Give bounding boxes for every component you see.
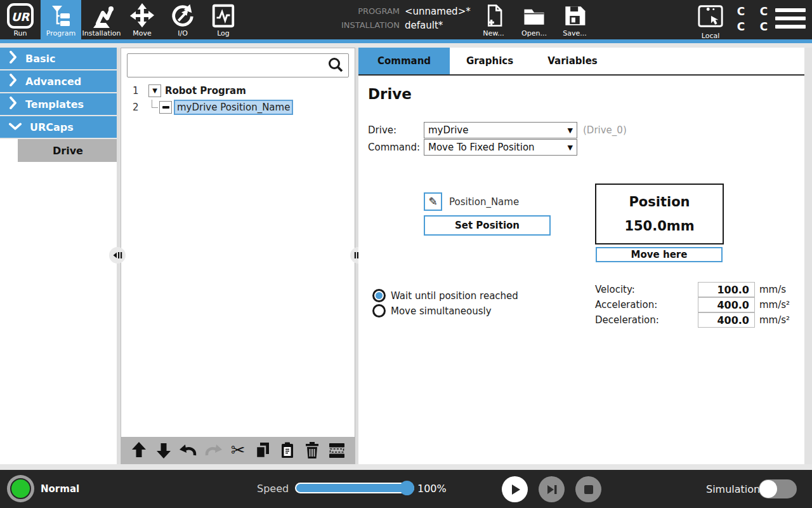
chevron-down-icon: [9, 121, 22, 133]
suppress-icon: [327, 441, 346, 459]
panel-tabs: Command Graphics Variables: [358, 48, 812, 76]
collapse-toggle-icon[interactable]: ▼: [148, 84, 161, 97]
nav-tab-label: Log: [217, 29, 230, 38]
vertical-scrollbar[interactable]: [804, 48, 812, 464]
cut-button[interactable]: ✂: [228, 440, 248, 460]
velocity-label: Velocity:: [595, 284, 635, 295]
copy-button[interactable]: [252, 440, 273, 460]
tree-row-mydrive[interactable]: 2 myDrive Position_Name: [121, 99, 355, 116]
rename-position-button[interactable]: ✎: [424, 192, 442, 211]
corner-letter: C: [733, 22, 749, 32]
sidebar-item-advanced[interactable]: Advanced: [0, 70, 118, 93]
open-folder-icon: [521, 3, 547, 29]
radio-selected-icon[interactable]: [372, 289, 386, 302]
io-circular-arrows-icon: [169, 3, 196, 29]
delete-button[interactable]: [302, 440, 322, 460]
nav-tab-label: I/O: [178, 29, 188, 38]
new-file-icon: [481, 3, 506, 29]
radio-wait-until-position[interactable]: Wait until position reached: [372, 289, 518, 302]
speed-slider-thumb[interactable]: [400, 481, 414, 495]
command-select-value: Move To Fixed Position: [428, 142, 535, 153]
robot-status-text: Normal: [41, 483, 79, 495]
installation-name: default*: [405, 20, 471, 31]
nav-tab-log[interactable]: Log: [203, 0, 244, 39]
top-bar: UR Run Program Installation Mo: [0, 0, 812, 39]
paste-button[interactable]: [277, 440, 298, 460]
move-cross-icon: [129, 3, 155, 29]
tree-node-label-selected: myDrive Position_Name: [174, 100, 293, 115]
robot-arm-icon: [88, 3, 115, 29]
sidebar-item-label: Templates: [25, 98, 84, 110]
bottom-bar: Normal Speed 100% Simulation: [0, 470, 812, 508]
speed-slider[interactable]: [295, 483, 414, 493]
arrow-up-icon: [130, 441, 148, 459]
ur-logo-icon: UR: [6, 3, 34, 29]
radio-move-simultaneously[interactable]: Move simultaneously: [372, 304, 492, 318]
program-tree: 1 ▼ Robot Program 2 myDrive Position_Nam…: [121, 83, 355, 116]
command-field-label: Command:: [368, 142, 420, 153]
simulation-toggle[interactable]: [759, 479, 797, 498]
tab-graphics[interactable]: Graphics: [450, 48, 530, 74]
nav-tab-label: Move: [133, 29, 152, 38]
acceleration-unit: mm/s²: [759, 299, 790, 311]
file-info: PROGRAM <unnamed>* INSTALLATION default*: [298, 6, 471, 31]
redo-icon: [204, 441, 223, 459]
command-select[interactable]: Move To Fixed Position ▼: [424, 139, 577, 156]
tree-connector: [152, 100, 158, 108]
new-button[interactable]: New...: [473, 3, 514, 37]
line-number: 1: [133, 85, 144, 97]
sidebar-item-drive[interactable]: Drive: [18, 139, 118, 162]
program-label: PROGRAM: [298, 6, 400, 17]
node-icon: [159, 101, 172, 114]
undo-button[interactable]: [178, 440, 199, 460]
radio-unselected-icon[interactable]: [372, 304, 386, 318]
drive-select[interactable]: myDrive ▼: [424, 122, 577, 138]
sidebar-item-urcaps[interactable]: URCaps: [0, 116, 118, 139]
speed-label: Speed: [257, 483, 289, 495]
tree-toolbar: ✂: [121, 437, 355, 464]
save-button[interactable]: Save...: [554, 3, 595, 37]
corner-status-letters: C C C C: [733, 6, 771, 32]
stop-button[interactable]: [575, 476, 601, 502]
velocity-input[interactable]: [698, 282, 755, 297]
tab-command[interactable]: Command: [358, 48, 450, 74]
search-icon: [327, 57, 344, 75]
scissors-icon: ✂: [231, 442, 246, 459]
move-down-button[interactable]: [154, 440, 174, 460]
redo-button[interactable]: [203, 440, 223, 460]
dropdown-caret-icon: ▼: [568, 144, 573, 152]
acceleration-input[interactable]: [698, 297, 755, 312]
new-button-label: New...: [483, 29, 504, 37]
paste-clipboard-icon: [278, 441, 296, 459]
nav-tab-io[interactable]: I/O: [162, 0, 203, 39]
nav-tab-program[interactable]: Program: [41, 0, 81, 39]
collapse-left-panel-handle[interactable]: [109, 247, 126, 264]
search-input[interactable]: [128, 54, 323, 77]
nav-tab-run[interactable]: UR Run: [0, 0, 41, 39]
nav-tab-label: Run: [13, 29, 27, 38]
step-button[interactable]: [539, 476, 565, 502]
undo-icon: [179, 441, 198, 459]
sidebar-item-templates[interactable]: Templates: [0, 93, 118, 116]
tree-row-robot-program[interactable]: 1 ▼ Robot Program: [121, 83, 355, 99]
tab-variables[interactable]: Variables: [530, 48, 615, 74]
deceleration-unit: mm/s²: [759, 314, 790, 326]
local-tablet-icon: [695, 3, 726, 32]
set-position-button[interactable]: Set Position: [424, 215, 551, 236]
status-green-light: [10, 478, 31, 499]
step-icon: [545, 483, 559, 497]
move-up-button[interactable]: [129, 440, 149, 460]
suppress-button[interactable]: [327, 440, 347, 460]
main-nav: UR Run Program Installation Mo: [0, 0, 244, 39]
hamburger-menu-icon[interactable]: [775, 8, 806, 33]
local-mode-button[interactable]: Local: [690, 3, 731, 40]
open-button[interactable]: Open...: [514, 3, 554, 37]
nav-tab-move[interactable]: Move: [122, 0, 162, 39]
play-button[interactable]: [502, 476, 528, 502]
sidebar-item-basic[interactable]: Basic: [0, 48, 118, 70]
nav-tab-installation[interactable]: Installation: [81, 0, 122, 39]
move-here-button[interactable]: Move here: [596, 247, 723, 262]
search-button[interactable]: [323, 54, 348, 77]
file-actions: New... Open... Save...: [473, 3, 595, 37]
deceleration-input[interactable]: [698, 312, 755, 328]
